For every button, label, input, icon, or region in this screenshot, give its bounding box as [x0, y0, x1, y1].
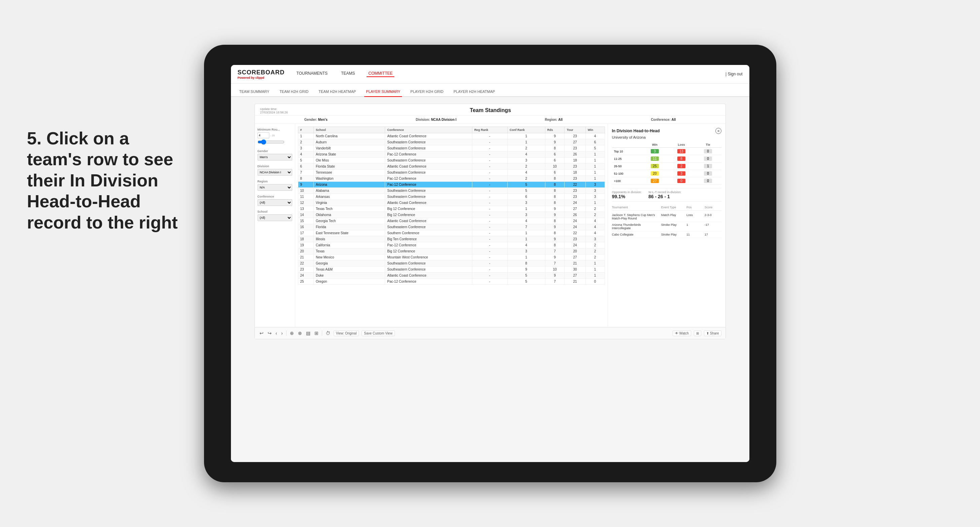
school-select[interactable]: (All) — [258, 214, 292, 221]
h2h-panel: In Division Head-to-Head ✕ University of… — [608, 124, 725, 327]
table-row[interactable]: 9 Arizona Pac-12 Conference - 5 8 22 3 — [298, 182, 605, 188]
gender-meta: Gender: Men's — [304, 118, 328, 122]
panel-title: Team Standings — [293, 107, 687, 113]
h2h-rank-col — [612, 142, 642, 148]
table-row[interactable]: 7 Tennessee Southeastern Conference - 4 … — [298, 170, 605, 176]
table-row[interactable]: 5 Ole Miss Southeastern Conference - 3 6… — [298, 157, 605, 163]
conference-select[interactable]: (All) — [258, 199, 292, 206]
col-school: School — [314, 127, 385, 133]
sign-out-link[interactable]: | Sign out — [725, 72, 743, 76]
table-row[interactable]: 8 Washington Pac-12 Conference - 2 8 23 … — [298, 176, 605, 182]
subnav-team-h2h-grid[interactable]: TEAM H2H GRID — [278, 87, 310, 97]
table-row[interactable]: 16 Florida Southeastern Conference - 7 9… — [298, 224, 605, 230]
main-content: Update time: 27/03/2024 16:56:26 Team St… — [231, 97, 749, 462]
tool2-btn[interactable]: ⊗ — [297, 330, 303, 337]
share-btn[interactable]: ⬆ Share — [704, 330, 721, 336]
table-row[interactable]: 6 Florida State Atlantic Coast Conferenc… — [298, 163, 605, 170]
redo-btn[interactable]: ↪ — [267, 330, 272, 337]
annotation-line3: their In Division — [27, 170, 195, 191]
gender-select[interactable]: Men's — [258, 154, 292, 160]
tool3-btn[interactable]: ▤ — [305, 330, 311, 337]
grid-btn[interactable]: ⊞ — [694, 330, 701, 336]
standings-table: # School Conference Reg Rank Conf Rank R… — [298, 127, 605, 285]
filter-region: Region N/A — [258, 180, 292, 191]
annotation-line4: Head-to-Head — [27, 191, 195, 212]
next-btn[interactable]: › — [280, 330, 283, 337]
table-row[interactable]: 25 Oregon Pac-12 Conference - 5 7 21 0 — [298, 279, 605, 285]
h2h-stats: Opponents in division: 99.1% W-L-T recor… — [612, 188, 721, 202]
table-row[interactable]: 23 Texas A&M Southeastern Conference - 9… — [298, 267, 605, 273]
annotation-line5: record to the right — [27, 212, 195, 233]
table-row[interactable]: 11 Arkansas Southeastern Conference - 6 … — [298, 194, 605, 200]
h2h-row: 11-25 11 8 0 — [612, 155, 721, 162]
annotation-line2: team's row to see — [27, 149, 195, 170]
save-custom-btn[interactable]: Save Custom View — [361, 330, 395, 336]
h2h-tie-col: Tie — [695, 142, 721, 148]
table-row[interactable]: 15 Georgia Tech Atlantic Coast Conferenc… — [298, 218, 605, 224]
filters-sidebar: Minimum Rou... - 20 Gender Men's — [255, 124, 295, 327]
table-row[interactable]: 2 Auburn Southeastern Conference - 1 9 2… — [298, 139, 605, 145]
table-row[interactable]: 20 Texas Big 12 Conference - 3 7 20 2 — [298, 248, 605, 254]
tournament-row: Cabo Collegiate Stroke Play 11 17 — [612, 232, 721, 238]
tournament-rows: Jackson T. Stephens Cup Men's Match-Play… — [612, 212, 721, 238]
table-row[interactable]: 14 Oklahoma Big 12 Conference - 3 9 26 2 — [298, 212, 605, 218]
prev-btn[interactable]: ‹ — [275, 330, 278, 337]
tournament-row: Arizona Thunderbirds Intercollegiate Str… — [612, 222, 721, 232]
view-original-btn[interactable]: View: Original — [334, 330, 359, 336]
min-rounds-input[interactable] — [258, 132, 269, 138]
col-num: # — [298, 127, 314, 133]
table-row[interactable]: 18 Illinois Big Ten Conference - 1 9 23 … — [298, 236, 605, 242]
nav-committee[interactable]: COMMITTEE — [367, 71, 394, 77]
tool1-btn[interactable]: ⊕ — [289, 330, 294, 337]
tool4-btn[interactable]: ⊞ — [314, 330, 319, 337]
content-panel: Update time: 27/03/2024 16:56:26 Team St… — [255, 104, 726, 339]
subnav-player-h2h-grid[interactable]: PLAYER H2H GRID — [409, 87, 445, 97]
undo-btn[interactable]: ↩ — [259, 330, 264, 337]
table-row[interactable]: 1 North Carolina Atlantic Coast Conferen… — [298, 133, 605, 139]
subnav-player-summary[interactable]: PLAYER SUMMARY — [364, 87, 402, 97]
min-rounds-slider[interactable] — [258, 139, 285, 145]
table-row[interactable]: 24 Duke Atlantic Coast Conference - 5 9 … — [298, 273, 605, 279]
table-row[interactable]: 22 Georgia Southeastern Conference - 8 7… — [298, 260, 605, 267]
table-area: # School Conference Reg Rank Conf Rank R… — [295, 124, 608, 327]
filter-min-rounds: Minimum Rou... - 20 — [258, 128, 292, 145]
table-row[interactable]: 3 Vanderbilt Southeastern Conference - 2… — [298, 145, 605, 151]
annotation-line1: 5. Click on a — [27, 128, 195, 149]
region-meta: Region: All — [545, 118, 563, 122]
tablet-frame: SCOREBOARD Powered by clippd TOURNAMENTS… — [204, 45, 776, 482]
table-row[interactable]: 10 Alabama Southeastern Conference - 5 8… — [298, 188, 605, 194]
division-meta: Division: NCAA Division I — [416, 118, 457, 122]
nav-tournaments[interactable]: TOURNAMENTS — [295, 71, 329, 77]
h2h-title: In Division Head-to-Head — [612, 129, 660, 133]
filter-division: Division NCAA Division I — [258, 165, 292, 176]
nav-teams[interactable]: TEAMS — [339, 71, 356, 77]
region-select[interactable]: N/A — [258, 184, 292, 191]
table-row[interactable]: 4 Arizona State Pac-12 Conference - 4 6 … — [298, 151, 605, 157]
h2h-win-col: Win — [641, 142, 668, 148]
h2h-row: 26-50 25 2 1 — [612, 162, 721, 170]
toolbar-sep2 — [322, 330, 322, 336]
clock-btn[interactable]: ⏱ — [325, 330, 331, 337]
table-row[interactable]: 17 East Tennessee State Southern Confere… — [298, 230, 605, 236]
top-nav: SCOREBOARD Powered by clippd TOURNAMENTS… — [231, 65, 749, 83]
table-row[interactable]: 21 New Mexico Mountain West Conference -… — [298, 254, 605, 260]
table-row[interactable]: 12 Virginia Atlantic Coast Conference - … — [298, 200, 605, 206]
annotation-text: 5. Click on a team's row to see their In… — [27, 128, 195, 233]
table-row[interactable]: 13 Texas Tech Big 12 Conference - 1 9 27… — [298, 206, 605, 212]
bottom-toolbar: ↩ ↪ ‹ › ⊕ ⊗ ▤ ⊞ ⏱ View: Original Save Cu… — [255, 327, 725, 339]
subnav-team-h2h-heatmap[interactable]: TEAM H2H HEATMAP — [317, 87, 358, 97]
subnav-player-h2h-heatmap[interactable]: PLAYER H2H HEATMAP — [452, 87, 496, 97]
watch-btn[interactable]: 👁 Watch — [673, 330, 691, 336]
conference-meta: Conference: All — [651, 118, 676, 122]
division-select[interactable]: NCAA Division I — [258, 169, 292, 176]
table-row[interactable]: 19 California Pac-12 Conference - 4 8 24… — [298, 242, 605, 248]
panel-body: Minimum Rou... - 20 Gender Men's — [255, 124, 725, 327]
h2h-loss-col: Loss — [668, 142, 695, 148]
tournament-header: Tournament Event Type Pos Score — [612, 204, 721, 211]
h2h-close-button[interactable]: ✕ — [715, 128, 721, 134]
subnav-team-summary[interactable]: TEAM SUMMARY — [238, 87, 271, 97]
col-win: Win — [585, 127, 605, 133]
logo-powered: Powered by clippd — [238, 76, 285, 79]
h2h-tournaments: Tournament Event Type Pos Score Jackson … — [612, 204, 721, 238]
h2h-record-stat: W-L-T record in-division: 86 - 26 - 1 — [648, 190, 681, 199]
